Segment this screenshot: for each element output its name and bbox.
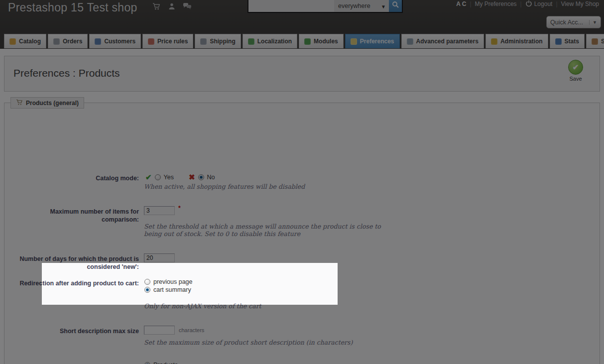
view-my-shop-link[interactable]: View My Shop [561,0,599,7]
new-days-label: Number of days for which the product is … [19,255,139,271]
my-preferences-link[interactable]: My Preferences [475,0,517,7]
max-items-help: Set the threshold at which a message wil… [144,223,388,238]
save-label: Save [565,76,587,82]
logout-link[interactable]: Logout [525,0,553,8]
wrench-icon [407,38,413,45]
products-radio[interactable] [144,362,150,364]
new-days-input[interactable] [144,253,175,262]
catalog-mode-no-label: No [207,174,215,181]
legend-label: Products (general) [26,100,79,107]
separator: | [470,0,471,7]
search-button[interactable] [389,0,402,12]
cart-icon [53,38,60,45]
search-scope-dropdown[interactable]: everywhere ▼ [334,0,389,12]
tab-price-rules[interactable]: Price rules [142,34,193,48]
tab-catalog[interactable]: Catalog [4,34,46,48]
user-initials[interactable]: A C [456,0,466,7]
catalog-mode-yes-label: Yes [164,174,174,181]
products-general-fieldset: Products (general) Catalog mode: ✔ Yes ✖… [4,103,600,364]
page-title: Preferences : Products [13,67,120,79]
tab-label: Localization [257,38,292,45]
previous-page-label: previous page [153,278,193,285]
check-icon: ✔ [573,63,579,72]
person-icon [95,38,101,45]
tab-preferences[interactable]: Preferences [345,34,400,48]
user-links: A C | My Preferences | Logout | View My … [456,0,599,8]
max-items-input[interactable] [144,206,175,215]
green-check-icon: ✔ [145,173,152,182]
pencil-icon [351,38,357,45]
catalog-mode-options: ✔ Yes ✖ No [145,173,215,182]
tab-administration[interactable]: Administration [485,34,548,48]
shop-logo[interactable]: Prestashop 15 Test shop [8,1,137,14]
tab-label: Administration [500,38,543,45]
tab-modules[interactable]: Modules [299,34,344,48]
header-icon-group [152,2,192,10]
quick-access-dropdown[interactable]: Quick Acc... ▼ [546,16,601,28]
tab-label: Shops [601,38,604,45]
tab-label: Advanced parameters [416,38,479,45]
short-desc-input[interactable] [144,326,175,335]
chart-icon [555,38,562,45]
tab-shops[interactable]: Shops [586,34,604,48]
cart-summary-label: cart summary [153,286,191,293]
prestashop-admin-page: Prestashop 15 Test shop everywhere ▼ [0,0,604,364]
cart-redirect-label: Redirection after adding product to cart… [19,279,139,287]
tab-label: Stats [565,38,579,45]
content-area: Preferences : Products ✔ Save Products (… [0,49,604,364]
tab-customers[interactable]: Customers [89,34,141,48]
page-title-panel: Preferences : Products ✔ Save [4,56,600,92]
red-cross-icon: ✖ [189,173,195,182]
separator: | [520,0,522,7]
key-icon [491,38,497,45]
house-icon [592,38,598,45]
required-asterisk: * [178,205,181,212]
logout-label: Logout [534,0,553,7]
previous-page-radio[interactable] [144,279,150,285]
cart-summary-radio[interactable] [144,287,150,293]
catalog-mode-no-radio[interactable] [198,174,204,180]
tab-label: Price rules [157,38,188,45]
short-desc-suffix: characters [179,327,204,333]
tab-label: Modules [314,38,338,45]
global-search: everywhere ▼ [247,0,403,13]
products-label: Products [153,362,178,364]
user-icon[interactable] [168,2,176,10]
globe-icon [248,38,254,45]
cart-redirect-help: Only for non-AJAX version of the cart [144,303,261,310]
max-items-label: Maximum number of items for comparison: [19,208,139,224]
tab-advanced-parameters[interactable]: Advanced parameters [401,34,484,48]
cart-redirect-option-summary: cart summary [144,286,191,293]
tag-icon [148,38,154,45]
tab-orders[interactable]: Orders [48,34,88,48]
tab-label: Shipping [210,38,235,45]
chevron-down-icon: ▼ [589,20,597,25]
search-icon [392,1,399,10]
puzzle-icon [304,38,311,45]
short-desc-label: Short description max size [19,327,139,335]
power-icon [525,0,532,8]
tab-localization[interactable]: Localization [242,34,297,48]
cart-icon[interactable] [152,2,161,10]
save-button[interactable]: ✔ Save [565,60,587,82]
catalog-mode-yes-radio[interactable] [155,174,161,180]
separator: | [556,0,557,7]
tab-label: Catalog [19,38,41,45]
tab-label: Customers [104,38,135,45]
search-input[interactable] [248,0,334,12]
chat-icon[interactable] [183,2,192,10]
catalog-mode-help: When active, all shopping features will … [144,183,305,191]
main-nav-tabs: Catalog Orders Customers Price rules Shi… [4,34,604,48]
fieldset-legend: Products (general) [10,97,84,109]
tab-stats[interactable]: Stats [550,34,585,48]
tab-label: Orders [63,38,82,45]
search-scope-value: everywhere [338,2,370,9]
folder-icon [9,38,16,45]
cart-redirect-option-previous: previous page [144,278,193,285]
chevron-down-icon: ▼ [381,4,386,9]
tab-label: Preferences [360,38,394,45]
catalog-mode-label: Catalog mode: [19,174,139,182]
quick-access-label: Quick Acc... [550,19,583,26]
tab-shipping[interactable]: Shipping [195,34,241,48]
truck-icon [200,38,207,45]
